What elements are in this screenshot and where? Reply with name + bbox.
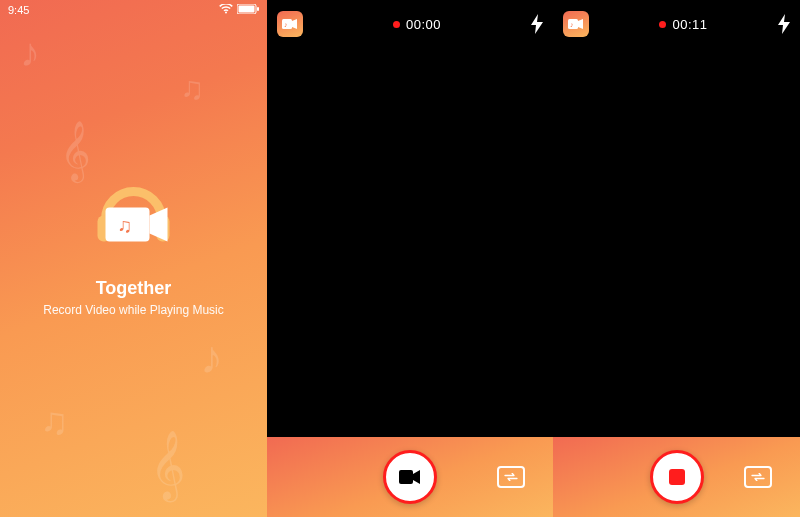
swap-icon bbox=[751, 473, 765, 481]
app-logo-icon: ♫ bbox=[81, 179, 186, 259]
svg-marker-9 bbox=[292, 19, 297, 29]
svg-text:♫: ♫ bbox=[117, 213, 132, 235]
bottom-toolbar bbox=[267, 437, 553, 517]
svg-rect-12 bbox=[399, 470, 413, 484]
recording-indicator: 00:00 bbox=[393, 17, 441, 32]
recording-indicator: 00:11 bbox=[659, 17, 707, 32]
recording-time: 00:00 bbox=[406, 17, 441, 32]
app-icon-button[interactable]: ♪ bbox=[563, 11, 589, 37]
video-camera-icon bbox=[399, 469, 421, 485]
camera-screen-idle: ♪ 00:00 bbox=[267, 0, 553, 517]
svg-marker-6 bbox=[149, 207, 167, 241]
record-dot-icon bbox=[393, 21, 400, 28]
svg-marker-11 bbox=[531, 14, 543, 34]
status-time: 9:45 bbox=[8, 4, 29, 16]
svg-marker-15 bbox=[578, 19, 583, 29]
stop-icon bbox=[669, 469, 685, 485]
record-button[interactable] bbox=[383, 450, 437, 504]
wifi-icon bbox=[219, 4, 233, 16]
svg-rect-2 bbox=[257, 7, 259, 11]
svg-rect-1 bbox=[239, 6, 255, 13]
svg-marker-13 bbox=[413, 470, 420, 484]
svg-text:♪: ♪ bbox=[570, 21, 574, 28]
svg-marker-17 bbox=[778, 14, 790, 34]
app-title: Together bbox=[10, 277, 257, 298]
recording-time: 00:11 bbox=[672, 17, 707, 32]
splash-screen: ♪ ♫ 𝄞 ♪ ♫ 𝄞 9:45 bbox=[0, 0, 267, 517]
app-icon-button[interactable]: ♪ bbox=[277, 11, 303, 37]
status-bar: 9:45 bbox=[0, 0, 267, 20]
app-subtitle: Record Video while Playing Music bbox=[10, 302, 257, 316]
camera-screen-recording: ♪ 00:11 bbox=[553, 0, 800, 517]
flash-toggle[interactable] bbox=[531, 14, 543, 34]
flash-toggle[interactable] bbox=[778, 14, 790, 34]
swap-icon bbox=[504, 473, 518, 481]
flash-icon bbox=[778, 14, 790, 34]
flip-camera-button[interactable] bbox=[497, 466, 525, 488]
battery-icon bbox=[237, 4, 259, 16]
bottom-toolbar bbox=[553, 437, 800, 517]
svg-text:♪: ♪ bbox=[284, 21, 288, 28]
flash-icon bbox=[531, 14, 543, 34]
flip-camera-button[interactable] bbox=[744, 466, 772, 488]
record-dot-icon bbox=[659, 21, 666, 28]
stop-button[interactable] bbox=[650, 450, 704, 504]
